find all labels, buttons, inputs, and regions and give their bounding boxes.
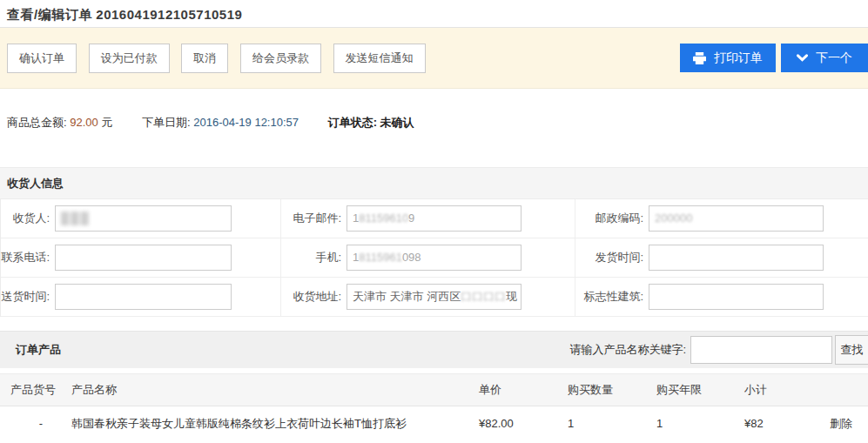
consignee-redacted-value: ███	[61, 211, 91, 225]
products-section-title: 订单产品	[0, 342, 61, 358]
col-header-sku: 产品货号	[10, 382, 71, 398]
email-redacted-value: 81159610	[359, 211, 408, 225]
order-date-value: 2016-04-19 12:10:57	[193, 116, 299, 129]
field-ship-time: 发货时间:	[575, 238, 868, 278]
consignee-section-header: 收货人信息	[0, 167, 868, 199]
field-delivery-time: 送货时间:	[1, 278, 281, 317]
address-value-suffix: 现	[506, 290, 517, 303]
field-landmark: 标志性建筑:	[575, 278, 868, 317]
email-label: 电子邮件:	[281, 211, 347, 226]
consignee-input[interactable]: ███	[55, 205, 232, 232]
col-header-qty: 购买数量	[568, 382, 656, 398]
product-search-input[interactable]	[690, 336, 832, 364]
col-header-subtotal: 小计	[744, 382, 830, 398]
table-row: - 韩国春秋亲子装母女儿童韩版纯棉条纹衫上衣荷叶边长袖T恤打底衫 ¥82.00 …	[0, 406, 868, 440]
print-order-button[interactable]: 打印订单	[680, 44, 776, 72]
field-consignee: 收货人: ███	[1, 199, 281, 238]
order-status: 订单状态: 未确认	[328, 116, 414, 129]
phone-label: 联系电话:	[1, 250, 55, 265]
order-status-label: 订单状态:	[328, 116, 377, 129]
order-status-value: 未确认	[380, 116, 414, 129]
order-summary: 商品总金额: 92.00 元 下单日期: 2016-04-19 12:10:57…	[0, 89, 868, 167]
consignee-section-title: 收货人信息	[0, 168, 868, 199]
zip-label: 邮政编码:	[575, 211, 649, 226]
email-value-suffix: 9	[408, 211, 414, 225]
field-phone: 联系电话:	[1, 238, 281, 278]
field-address: 收货地址: 天津市 天津市 河西区口口口口现	[281, 278, 575, 317]
zip-input[interactable]: 200000	[649, 205, 824, 232]
field-mobile: 手机: 18115961098	[281, 238, 575, 278]
mobile-value-suffix: 098	[402, 251, 421, 264]
toolbar-right-group: 打印订单 下一个	[680, 44, 868, 72]
product-search-label: 请输入产品名称关键字:	[569, 342, 686, 358]
order-total-label: 商品总金额:	[7, 116, 67, 129]
order-date-label: 下单日期:	[142, 116, 191, 129]
landmark-label: 标志性建筑:	[575, 289, 649, 305]
next-order-button[interactable]: 下一个	[781, 44, 868, 72]
mobile-redacted-value: 8115961	[359, 251, 402, 264]
delivery-time-input[interactable]	[55, 284, 232, 310]
order-total: 商品总金额: 92.00 元	[7, 116, 112, 129]
mobile-label: 手机:	[281, 250, 347, 265]
next-order-label: 下一个	[816, 50, 852, 66]
chevron-down-icon	[797, 54, 808, 62]
zip-redacted-value: 00000	[661, 211, 692, 225]
address-label: 收货地址:	[281, 289, 347, 305]
phone-input[interactable]	[55, 245, 232, 271]
delivery-time-label: 送货时间:	[1, 289, 55, 305]
mark-paid-button[interactable]: 设为已付款	[89, 44, 170, 73]
col-header-name: 产品名称	[71, 382, 479, 398]
product-subtotal: ¥82	[744, 417, 830, 430]
product-years: 1	[656, 417, 744, 430]
landmark-input[interactable]	[649, 284, 824, 310]
order-total-value: 92.00	[70, 116, 98, 129]
order-toolbar: 确认订单 设为已付款 取消 给会员录款 发送短信通知 打印订单 下一个	[0, 28, 868, 89]
ship-time-label: 发货时间:	[575, 250, 649, 265]
delete-product-link[interactable]: 删除	[830, 417, 852, 430]
address-redacted-value: 口口口口	[461, 290, 506, 303]
order-total-unit: 元	[101, 116, 112, 129]
product-name: 韩国春秋亲子装母女儿童韩版纯棉条纹衫上衣荷叶边长袖T恤打底衫	[71, 416, 479, 432]
product-sku: -	[10, 417, 71, 430]
products-section-header: 订单产品 请输入产品名称关键字: 查找	[0, 331, 868, 368]
product-search: 请输入产品名称关键字: 查找	[569, 335, 868, 365]
product-search-button[interactable]: 查找	[835, 335, 868, 365]
consignee-label: 收货人:	[1, 211, 55, 226]
address-input[interactable]: 天津市 天津市 河西区口口口口现	[347, 284, 521, 310]
consignee-form: 收货人: ███ 电子邮件: 1811596109 邮政编码: 200000 联…	[0, 199, 868, 317]
email-input[interactable]: 1811596109	[347, 205, 521, 232]
mobile-input[interactable]: 18115961098	[347, 245, 521, 271]
page-title: 查看/编辑订单 2016041912105710519	[7, 7, 868, 23]
send-sms-button[interactable]: 发送短信通知	[333, 44, 426, 73]
member-payment-button[interactable]: 给会员录款	[240, 44, 321, 73]
page-header: 查看/编辑订单 2016041912105710519	[0, 0, 868, 28]
cancel-button[interactable]: 取消	[181, 44, 228, 73]
products-table-header: 产品货号 产品名称 单价 购买数量 购买年限 小计	[0, 373, 868, 406]
col-header-price: 单价	[479, 382, 568, 398]
ship-time-input[interactable]	[649, 245, 824, 271]
print-order-label: 打印订单	[714, 50, 763, 66]
confirm-order-button[interactable]: 确认订单	[7, 44, 77, 73]
product-qty: 1	[568, 417, 656, 430]
printer-icon	[693, 52, 706, 64]
order-date: 下单日期: 2016-04-19 12:10:57	[142, 116, 299, 129]
product-price: ¥82.00	[479, 417, 568, 430]
col-header-years: 购买年限	[656, 382, 744, 398]
field-zip: 邮政编码: 200000	[575, 199, 868, 238]
field-email: 电子邮件: 1811596109	[281, 199, 575, 238]
address-value-prefix: 天津市 天津市 河西区	[353, 290, 461, 303]
